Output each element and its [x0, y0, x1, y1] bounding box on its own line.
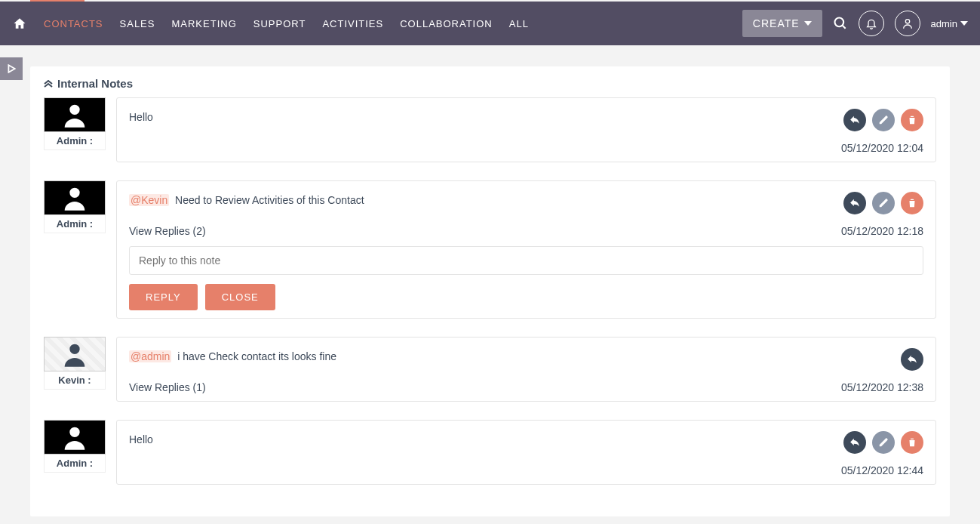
note-row: Admin :@Kevin Need to Review Activities … [44, 180, 936, 319]
nav-marketing[interactable]: MARKETING [171, 18, 236, 29]
mention[interactable]: @Kevin [129, 194, 169, 206]
nav-contacts[interactable]: CONTACTS [44, 18, 103, 29]
note-delete-button[interactable] [901, 109, 923, 131]
note-timestamp: 05/12/2020 12:44 [841, 464, 923, 476]
note-timestamp: 05/12/2020 12:38 [841, 381, 923, 393]
note-card: Hello05/12/2020 12:44 [116, 420, 936, 485]
author-box: Admin : [44, 420, 106, 473]
svg-line-1 [842, 26, 845, 29]
note-text: Hello [129, 431, 153, 448]
avatar [44, 337, 106, 371]
reply-input[interactable] [129, 246, 923, 275]
note-edit-button[interactable] [872, 431, 895, 454]
author-name: Admin : [44, 215, 106, 233]
svg-point-0 [834, 18, 843, 27]
author-box: Admin : [44, 97, 106, 150]
nav-collaboration[interactable]: COLLABORATION [400, 18, 493, 29]
author-name: Admin : [44, 132, 106, 150]
note-row: Admin :Hello05/12/2020 12:44 [44, 420, 936, 485]
svg-point-6 [69, 427, 79, 437]
user-menu[interactable]: admin [931, 18, 968, 29]
profile-icon[interactable] [895, 11, 920, 36]
caret-down-icon [804, 21, 812, 26]
note-card: @Kevin Need to Review Activities of this… [116, 180, 936, 319]
note-row: Admin :Hello05/12/2020 12:04 [44, 97, 936, 162]
chevron-up-icon [44, 80, 53, 88]
note-card: Hello05/12/2020 12:04 [116, 97, 936, 162]
svg-point-5 [69, 344, 79, 354]
mention[interactable]: @admin [129, 350, 171, 362]
navbar-left: CONTACTS SALES MARKETING SUPPORT ACTIVIT… [12, 17, 529, 30]
author-box: Kevin : [44, 337, 106, 390]
reply-button[interactable]: REPLY [129, 284, 198, 310]
notes-container: Admin :Hello05/12/2020 12:04Admin :@Kevi… [44, 97, 936, 485]
navbar-right: CREATE admin [742, 10, 968, 37]
note-text: @admin i have Check contact its looks fi… [129, 348, 336, 365]
view-replies-link[interactable]: View Replies (1) [129, 381, 206, 393]
author-box: Admin : [44, 180, 106, 233]
note-delete-button[interactable] [901, 192, 923, 214]
note-actions [843, 109, 923, 131]
note-timestamp: 05/12/2020 12:18 [841, 225, 923, 237]
note-edit-button[interactable] [872, 109, 895, 131]
notifications-icon[interactable] [859, 11, 884, 36]
note-delete-button[interactable] [901, 431, 923, 454]
panel-heading[interactable]: Internal Notes [44, 77, 936, 90]
note-text: @Kevin Need to Review Activities of this… [129, 192, 364, 208]
note-reply-button[interactable] [843, 431, 866, 454]
note-actions [843, 192, 923, 214]
triangle-right-icon [7, 64, 16, 73]
navbar: CONTACTS SALES MARKETING SUPPORT ACTIVIT… [0, 2, 980, 45]
nav-all[interactable]: ALL [509, 18, 529, 29]
note-card: @admin i have Check contact its looks fi… [116, 337, 936, 402]
note-reply-button[interactable] [843, 109, 866, 131]
note-reply-button[interactable] [901, 348, 923, 371]
search-icon[interactable] [833, 16, 848, 31]
note-text: Hello [129, 109, 153, 125]
side-toggle[interactable] [0, 57, 23, 80]
note-row: Kevin :@admin i have Check contact its l… [44, 337, 936, 402]
avatar [44, 97, 106, 132]
caret-down-icon [960, 21, 968, 26]
avatar [44, 180, 106, 215]
svg-point-4 [69, 188, 79, 198]
author-name: Admin : [44, 455, 106, 473]
note-actions [901, 348, 923, 371]
reply-buttons: REPLYCLOSE [129, 284, 923, 310]
note-timestamp: 05/12/2020 12:04 [841, 142, 923, 154]
note-actions [843, 431, 923, 454]
internal-notes-panel: Internal Notes Admin :Hello05/12/2020 12… [30, 66, 950, 516]
view-replies-link[interactable]: View Replies (2) [129, 225, 206, 237]
note-reply-button[interactable] [843, 192, 866, 214]
note-edit-button[interactable] [872, 192, 895, 214]
home-icon[interactable] [12, 17, 27, 30]
panel-title: Internal Notes [57, 77, 133, 90]
user-menu-label: admin [931, 18, 957, 29]
author-name: Kevin : [44, 371, 106, 390]
avatar [44, 420, 106, 455]
create-button-label: CREATE [753, 17, 800, 29]
nav-support[interactable]: SUPPORT [253, 18, 306, 29]
create-button[interactable]: CREATE [742, 10, 822, 37]
nav-sales[interactable]: SALES [120, 18, 155, 29]
svg-point-2 [905, 20, 909, 23]
svg-point-3 [69, 105, 79, 115]
close-button[interactable]: CLOSE [205, 284, 275, 310]
nav-activities[interactable]: ACTIVITIES [322, 18, 383, 29]
